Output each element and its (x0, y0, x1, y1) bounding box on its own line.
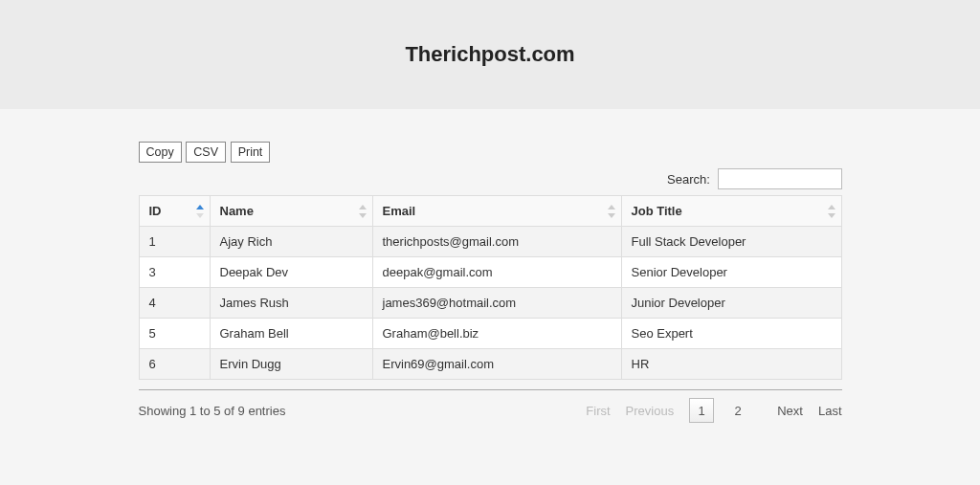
page-previous[interactable]: Previous (626, 404, 675, 418)
cell-email: Graham@bell.biz (372, 319, 621, 349)
cell-job: Full Stack Developer (621, 227, 841, 257)
column-label: ID (149, 204, 162, 218)
cell-name: James Rush (210, 288, 372, 319)
column-label: Email (383, 204, 416, 218)
cell-name: Graham Bell (210, 319, 372, 349)
table-row[interactable]: 1Ajay Richtherichposts@gmail.comFull Sta… (139, 227, 841, 257)
cell-id: 4 (139, 288, 210, 319)
page-title: Therichpost.com (405, 42, 574, 67)
table-body: 1Ajay Richtherichposts@gmail.comFull Sta… (139, 227, 841, 380)
table-info: Showing 1 to 5 of 9 entries (139, 404, 286, 418)
column-label: Name (220, 204, 254, 218)
cell-email: Ervin69@gmail.com (372, 349, 621, 380)
table-row[interactable]: 6Ervin DuggErvin69@gmail.comHR (139, 349, 841, 380)
page-number[interactable]: 2 (725, 398, 750, 423)
search-input[interactable] (718, 168, 842, 189)
export-toolbar: Copy CSV Print (139, 142, 842, 163)
cell-id: 5 (139, 319, 210, 349)
cell-job: Senior Developer (621, 257, 841, 288)
page-number[interactable]: 1 (689, 398, 714, 423)
page-last[interactable]: Last (818, 404, 842, 418)
column-label: Job Title (632, 204, 682, 218)
cell-id: 6 (139, 349, 210, 380)
page-next[interactable]: Next (777, 404, 803, 418)
column-header-job[interactable]: Job Title (621, 196, 841, 227)
table-row[interactable]: 5Graham BellGraham@bell.bizSeo Expert (139, 319, 841, 349)
table-row[interactable]: 3Deepak Devdeepak@gmail.comSenior Develo… (139, 257, 841, 288)
sort-icon (359, 205, 367, 218)
cell-name: Ajay Rich (210, 227, 372, 257)
cell-id: 1 (139, 227, 210, 257)
pagination: First Previous 12 Next Last (586, 398, 841, 423)
table-row[interactable]: 4James Rushjames369@hotmail.comJunior De… (139, 288, 841, 319)
csv-button[interactable]: CSV (186, 142, 226, 163)
table-header-row: ID Name Email Job Title (139, 196, 841, 227)
data-table: ID Name Email Job Title 1Ajay Richtheric… (139, 195, 842, 380)
column-header-name[interactable]: Name (210, 196, 372, 227)
column-header-id[interactable]: ID (139, 196, 210, 227)
copy-button[interactable]: Copy (139, 142, 182, 163)
cell-email: james369@hotmail.com (372, 288, 621, 319)
table-footer: Showing 1 to 5 of 9 entries First Previo… (139, 389, 842, 423)
cell-job: Seo Expert (621, 319, 841, 349)
cell-name: Ervin Dugg (210, 349, 372, 380)
cell-id: 3 (139, 257, 210, 288)
cell-name: Deepak Dev (210, 257, 372, 288)
page-header: Therichpost.com (0, 0, 980, 109)
main-container: Copy CSV Print Search: ID Name Email (139, 109, 842, 423)
cell-job: Junior Developer (621, 288, 841, 319)
page-first[interactable]: First (586, 404, 610, 418)
search-label: Search: (667, 172, 710, 187)
cell-email: deepak@gmail.com (372, 257, 621, 288)
cell-job: HR (621, 349, 841, 380)
print-button[interactable]: Print (231, 142, 271, 163)
sort-icon (196, 205, 204, 218)
cell-email: therichposts@gmail.com (372, 227, 621, 257)
sort-icon (608, 205, 615, 218)
column-header-email[interactable]: Email (372, 196, 621, 227)
sort-icon (828, 205, 835, 218)
search-wrap: Search: (139, 168, 842, 189)
